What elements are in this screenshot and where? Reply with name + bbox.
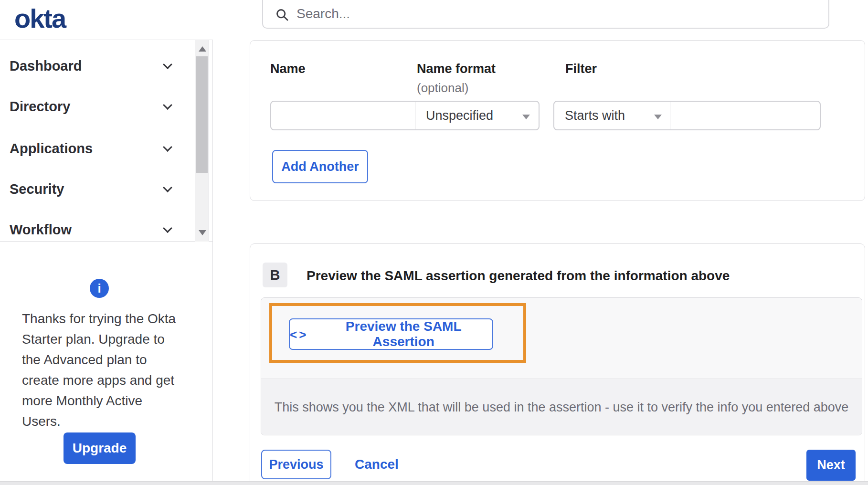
- add-another-button[interactable]: Add Another: [272, 150, 368, 183]
- cancel-button[interactable]: Cancel: [355, 450, 399, 479]
- sidebar: Dashboard Directory Applications Securit…: [0, 40, 213, 485]
- preview-panel-description-area: This shows you the XML that will be used…: [261, 379, 862, 435]
- search-icon: [275, 8, 289, 21]
- previous-button[interactable]: Previous: [261, 450, 331, 479]
- code-icon: <>: [290, 327, 308, 342]
- upsell-line: Starter plan. Upgrade to: [22, 329, 184, 349]
- preview-panel-top: <> Preview the SAML Assertion: [261, 298, 862, 379]
- info-icon: i: [90, 279, 109, 298]
- sidebar-item-security[interactable]: Security: [0, 178, 181, 200]
- preview-description: This shows you the XML that will be used…: [275, 400, 849, 415]
- step-b-badge: B: [263, 263, 287, 287]
- search-input[interactable]: [296, 6, 726, 21]
- name-format-column-label: Name format: [417, 62, 496, 76]
- okta-admin-page: okta Dashboard Directory Applications Se…: [0, 0, 868, 485]
- search-box: [262, 0, 829, 29]
- preview-section-title: Preview the SAML assertion generated fro…: [307, 268, 730, 284]
- name-input[interactable]: [270, 101, 415, 130]
- scrollbar-thumb[interactable]: [196, 56, 208, 173]
- chevron-down-icon: [163, 223, 172, 233]
- sidebar-item-label: Security: [0, 181, 64, 197]
- sidebar-item-workflow[interactable]: Workflow: [0, 218, 181, 241]
- upgrade-button[interactable]: Upgrade: [64, 432, 136, 464]
- chevron-down-icon: [163, 142, 172, 152]
- sidebar-item-label: Directory: [0, 99, 70, 115]
- name-format-select[interactable]: Unspecified: [415, 101, 540, 130]
- filter-operator-selected-value: Starts with: [565, 108, 625, 123]
- next-button[interactable]: Next: [806, 450, 856, 481]
- name-format-selected-value: Unspecified: [426, 108, 493, 123]
- upsell-text: Thanks for trying the Okta Starter plan.…: [22, 308, 184, 432]
- filter-operator-select[interactable]: Starts with: [553, 101, 671, 130]
- preview-saml-card: B Preview the SAML assertion generated f…: [250, 243, 865, 485]
- upsell-line: the Advanced plan to: [22, 349, 184, 370]
- upsell-line: Thanks for trying the Okta: [22, 308, 184, 329]
- chevron-down-icon: [163, 100, 172, 110]
- upsell-line: create more apps and get: [22, 370, 184, 390]
- chevron-down-icon: [163, 60, 172, 69]
- sidebar-nav: Dashboard Directory Applications Securit…: [0, 40, 212, 242]
- sidebar-scrollbar[interactable]: [195, 40, 209, 242]
- preview-button-label: Preview the SAML Assertion: [315, 319, 492, 349]
- sidebar-item-applications[interactable]: Applications: [0, 137, 181, 160]
- caret-down-icon: [522, 115, 530, 119]
- bottom-edge-strip: [0, 481, 868, 485]
- filter-column-label: Filter: [565, 62, 597, 76]
- sidebar-item-dashboard[interactable]: Dashboard: [0, 54, 181, 77]
- sidebar-item-directory[interactable]: Directory: [0, 95, 181, 118]
- attribute-statements-card: Name Name format (optional) Filter Unspe…: [250, 40, 865, 201]
- filter-value-input[interactable]: [670, 101, 821, 130]
- preview-saml-assertion-button[interactable]: <> Preview the SAML Assertion: [289, 318, 493, 350]
- caret-down-icon: [654, 115, 662, 119]
- name-format-optional-hint: (optional): [417, 81, 468, 95]
- name-column-label: Name: [270, 62, 306, 76]
- scroll-down-icon[interactable]: [199, 230, 206, 235]
- sidebar-item-label: Workflow: [0, 222, 72, 238]
- sidebar-item-label: Dashboard: [0, 58, 82, 74]
- okta-logo[interactable]: okta: [14, 3, 65, 34]
- scroll-up-icon[interactable]: [199, 46, 206, 52]
- upsell-line: more Monthly Active Users.: [22, 390, 184, 432]
- sidebar-item-label: Applications: [0, 141, 93, 157]
- chevron-down-icon: [163, 183, 172, 192]
- preview-panel: <> Preview the SAML Assertion This shows…: [261, 297, 862, 435]
